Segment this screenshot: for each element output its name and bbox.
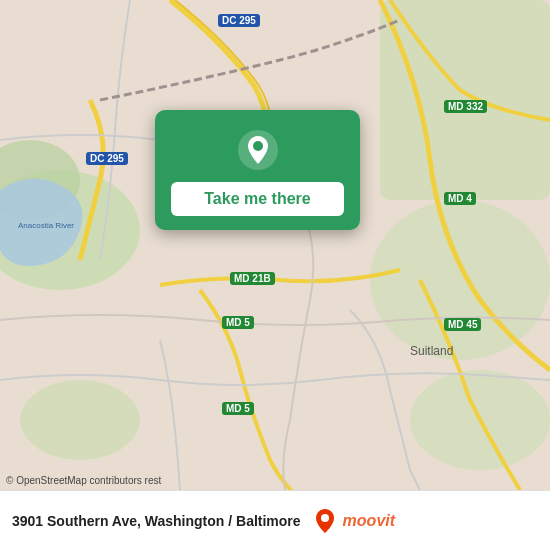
road-badge-md5-bot: MD 5 (222, 402, 254, 415)
moovit-pin-icon (311, 507, 339, 535)
moovit-logo: moovit (311, 507, 395, 535)
take-me-there-button[interactable]: Take me there (171, 182, 344, 216)
svg-point-11 (321, 514, 329, 522)
moovit-wordmark: moovit (343, 512, 395, 530)
location-popup: Take me there (155, 110, 360, 230)
address-text: 3901 Southern Ave, Washington / Baltimor… (12, 513, 301, 529)
road-badge-md45: MD 45 (444, 318, 481, 331)
svg-point-4 (370, 200, 550, 360)
road-badge-md332: MD 332 (444, 100, 487, 113)
bottom-bar: 3901 Southern Ave, Washington / Baltimor… (0, 490, 550, 550)
road-badge-md4: MD 4 (444, 192, 476, 205)
svg-text:Suitland: Suitland (410, 344, 453, 358)
location-pin-icon (236, 128, 280, 172)
map-view: Anacostia River (0, 0, 550, 490)
map-attribution: © OpenStreetMap contributors rest (6, 475, 161, 486)
svg-text:Anacostia River: Anacostia River (18, 221, 74, 230)
svg-point-5 (20, 380, 140, 460)
road-badge-dc295-mid: DC 295 (86, 152, 128, 165)
road-badge-dc295-top: DC 295 (218, 14, 260, 27)
road-badge-md5-top: MD 5 (222, 316, 254, 329)
road-badge-md21b: MD 21B (230, 272, 275, 285)
svg-point-10 (253, 141, 263, 151)
